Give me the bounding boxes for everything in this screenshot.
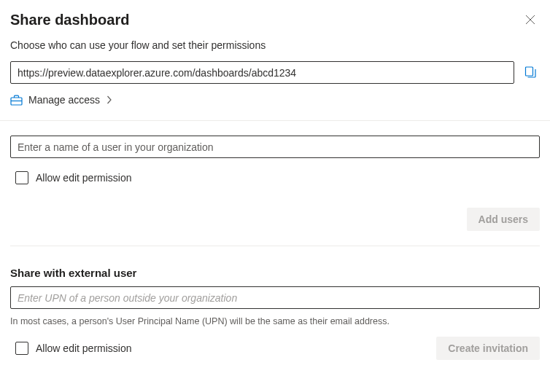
close-button[interactable] — [521, 10, 540, 29]
manage-access-link[interactable]: Manage access — [10, 94, 112, 106]
share-dashboard-panel: Share dashboard Choose who can use your … — [0, 0, 550, 370]
allow-edit-checkbox-row[interactable]: Allow edit permission — [10, 171, 132, 184]
copy-icon — [524, 66, 537, 79]
divider-2 — [10, 246, 540, 246]
external-user-input[interactable] — [10, 286, 540, 309]
divider — [0, 120, 550, 121]
copy-url-button[interactable] — [522, 63, 540, 82]
allow-edit-label: Allow edit permission — [36, 172, 132, 184]
external-allow-edit-checkbox[interactable] — [15, 342, 28, 355]
external-allow-edit-checkbox-row[interactable]: Allow edit permission — [10, 342, 132, 355]
external-allow-edit-label: Allow edit permission — [36, 342, 132, 354]
manage-access-label: Manage access — [28, 94, 100, 106]
dashboard-url-input[interactable] — [10, 61, 514, 84]
close-icon — [525, 15, 535, 25]
chevron-right-icon — [106, 95, 112, 104]
external-bottom-row: Allow edit permission Create invitation — [10, 337, 540, 360]
panel-subtitle: Choose who can use your flow and set the… — [10, 39, 540, 51]
external-user-heading: Share with external user — [10, 267, 540, 279]
add-users-row: Add users — [10, 208, 540, 231]
add-users-button[interactable]: Add users — [467, 208, 540, 231]
panel-title: Share dashboard — [10, 12, 129, 28]
briefcase-icon — [10, 95, 23, 106]
svg-rect-0 — [526, 67, 533, 76]
external-user-hint: In most cases, a person's User Principal… — [10, 316, 540, 326]
url-row — [10, 61, 540, 84]
allow-edit-checkbox[interactable] — [15, 171, 28, 184]
panel-header: Share dashboard — [10, 10, 540, 29]
create-invitation-button[interactable]: Create invitation — [436, 337, 540, 360]
org-user-input[interactable] — [10, 136, 540, 158]
